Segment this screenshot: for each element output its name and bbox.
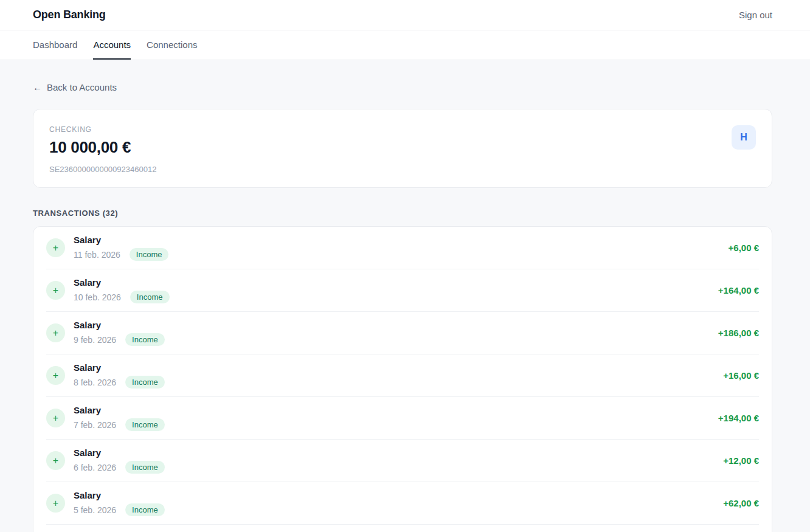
account-type-label: CHECKING: [49, 125, 156, 134]
transaction-main: Salary 7 feb. 2026 Income: [74, 405, 165, 431]
transaction-row[interactable]: + Salary 6 feb. 2026 Income +12,00 €: [46, 439, 759, 482]
transaction-main: Salary 11 feb. 2026 Income: [74, 235, 168, 261]
transaction-amount: +164,00 €: [718, 285, 759, 295]
transaction-main: Salary 6 feb. 2026 Income: [74, 447, 165, 474]
transaction-row[interactable]: - Milk 4 feb. 2026 Uncategorized −34,00 …: [46, 524, 759, 532]
transaction-date: 6 feb. 2026: [74, 463, 116, 472]
tab-connections[interactable]: Connections: [147, 30, 197, 60]
transaction-amount: +186,00 €: [718, 328, 759, 338]
app-header: Open Banking Sign out: [0, 0, 810, 30]
transaction-title: Salary: [74, 362, 165, 373]
transaction-main: Salary 5 feb. 2026 Income: [74, 490, 165, 516]
app-title: Open Banking: [33, 9, 106, 21]
transaction-subline: 8 feb. 2026 Income: [74, 376, 165, 389]
transaction-main: Salary 8 feb. 2026 Income: [74, 362, 165, 389]
transaction-title: Salary: [74, 490, 165, 500]
account-summary-card: CHECKING 10 000,00 € SE23600000000009234…: [33, 109, 772, 188]
transaction-subline: 11 feb. 2026 Income: [74, 248, 168, 261]
transaction-amount: +12,00 €: [723, 455, 759, 466]
transaction-category-badge: Income: [125, 333, 165, 346]
transaction-direction-icon: +: [46, 366, 65, 385]
transaction-subline: 9 feb. 2026 Income: [74, 333, 165, 346]
transaction-date: 9 feb. 2026: [74, 335, 116, 345]
transaction-title: Salary: [74, 235, 168, 245]
transaction-category-badge: Income: [130, 291, 170, 303]
transaction-date: 11 feb. 2026: [74, 250, 120, 260]
transaction-date: 8 feb. 2026: [74, 378, 116, 387]
transaction-date: 10 feb. 2026: [74, 292, 121, 302]
account-balance: 10 000,00 €: [49, 138, 156, 157]
tab-accounts[interactable]: Accounts: [93, 30, 131, 60]
transaction-row[interactable]: + Salary 5 feb. 2026 Income +62,00 €: [46, 482, 759, 524]
transaction-row[interactable]: + Salary 8 feb. 2026 Income +16,00 €: [46, 354, 759, 396]
account-iban: SE2360000000000923460012: [49, 165, 156, 174]
transaction-row[interactable]: + Salary 11 feb. 2026 Income +6,00 €: [46, 227, 759, 269]
transaction-direction-icon: +: [46, 323, 65, 342]
transaction-title: Salary: [74, 277, 170, 288]
transaction-title: Salary: [74, 320, 165, 330]
transaction-direction-icon: +: [46, 409, 65, 427]
transaction-direction-icon: +: [46, 281, 65, 300]
transaction-subline: 5 feb. 2026 Income: [74, 503, 165, 516]
transaction-row[interactable]: + Salary 10 feb. 2026 Income +164,00 €: [46, 269, 759, 311]
transaction-direction-icon: +: [46, 451, 65, 470]
transaction-row[interactable]: + Salary 7 feb. 2026 Income +194,00 €: [46, 396, 759, 439]
transaction-direction-icon: +: [46, 494, 65, 513]
main-nav: DashboardAccountsConnections: [0, 30, 810, 60]
transaction-title: Salary: [74, 447, 165, 458]
transaction-amount: +6,00 €: [729, 243, 759, 253]
transaction-title: Salary: [74, 405, 165, 415]
transaction-subline: 10 feb. 2026 Income: [74, 291, 170, 303]
transaction-date: 5 feb. 2026: [74, 505, 116, 515]
transaction-category-badge: Income: [125, 418, 165, 431]
transaction-direction-icon: +: [46, 238, 65, 257]
transaction-category-badge: Income: [125, 503, 165, 516]
transaction-category-badge: Income: [130, 248, 169, 261]
tab-dashboard[interactable]: Dashboard: [33, 30, 77, 60]
transaction-amount: +62,00 €: [723, 498, 759, 508]
transaction-subline: 7 feb. 2026 Income: [74, 418, 165, 431]
transaction-amount: +194,00 €: [718, 413, 759, 423]
transactions-heading: TRANSACTIONS (32): [33, 209, 772, 218]
transaction-amount: +16,00 €: [723, 370, 759, 381]
transaction-row[interactable]: + Salary 9 feb. 2026 Income +186,00 €: [46, 311, 759, 354]
transactions-list: + Salary 11 feb. 2026 Income +6,00 € + S…: [33, 226, 772, 532]
main-content: ← Back to Accounts CHECKING 10 000,00 € …: [33, 60, 772, 532]
back-link-label: Back to Accounts: [47, 82, 117, 92]
account-info: CHECKING 10 000,00 € SE23600000000009234…: [49, 125, 156, 171]
bank-logo-badge: H: [732, 125, 756, 150]
transaction-main: Salary 10 feb. 2026 Income: [74, 277, 170, 303]
back-to-accounts-link[interactable]: ← Back to Accounts: [33, 82, 117, 92]
back-arrow-icon: ←: [33, 82, 42, 92]
transaction-subline: 6 feb. 2026 Income: [74, 461, 165, 474]
transaction-main: Salary 9 feb. 2026 Income: [74, 320, 165, 346]
transaction-category-badge: Income: [125, 461, 165, 474]
transaction-category-badge: Income: [125, 376, 165, 389]
sign-out-link[interactable]: Sign out: [739, 10, 772, 20]
transaction-date: 7 feb. 2026: [74, 420, 116, 430]
